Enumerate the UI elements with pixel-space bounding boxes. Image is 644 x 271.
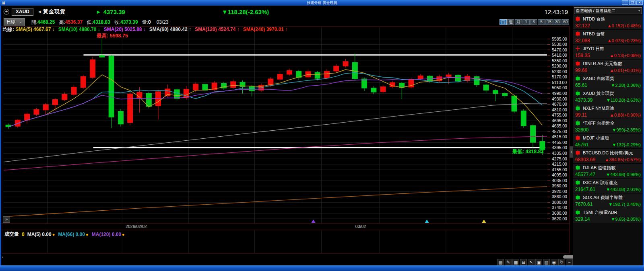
timeframe-button[interactable]: 3 [530,19,537,25]
printer-icon[interactable]: ⊟ [520,259,527,265]
close-button[interactable]: ✕ [636,0,643,5]
price-change: ▼118.28(-2.63%) [222,8,269,15]
app-window: 技術分析-黃金現貨 – ❐ ✕ 5585.005530.005470.00541… [0,0,644,271]
watchlist-item[interactable]: MDJF 小道瓊45761▼132(-0.29%) [573,134,643,149]
collapse-panel-tab[interactable]: › [570,146,573,158]
svg-text:5410.00: 5410.00 [552,53,567,57]
zoom-out-icon[interactable]: − [566,259,573,265]
watchlist: NTDD 台匯32.122▲0.152(+0.48%)NTBD 台幣32.088… [573,15,643,223]
green-candle-icon [575,209,580,215]
watchlist-item-change: ▼443.08(-2.01%) [606,187,641,192]
svg-text:5350.00: 5350.00 [552,58,567,63]
add-symbol-icon[interactable]: + [4,9,9,14]
svg-text:3800.00: 3800.00 [552,200,567,205]
red-candle-icon [575,135,580,141]
indicator-icon[interactable]: ▥ [543,259,550,265]
watchlist-item-change: ▼118.28(-2.63%) [606,98,641,103]
timeframe-button[interactable]: 5 [538,19,545,25]
watchlist-item-name: XAGD 白銀現貨 [583,76,614,82]
watchlist-item[interactable]: NTBD 台幣32.088▲0.073(+0.23%) [573,30,643,45]
layout-icon[interactable]: ▣ [535,259,542,265]
hscroll-left-icon[interactable]: ‹ [2,255,4,259]
timeframe-button[interactable]: 1 [522,19,530,25]
chevron-down-icon: ⌄ [19,20,22,24]
svg-text:4035.00: 4035.00 [552,178,567,183]
watchlist-item-price: 45761 [575,142,588,148]
watchlist-item-name: *TXFF 台指近全 [583,120,615,126]
watchlist-item-price: 68303.69 [575,157,595,162]
period-dropdown[interactable]: 日線 ⌄ [4,18,25,26]
watchlist-item-price: 32.122 [575,23,590,29]
eye-icon[interactable]: ◉ [551,259,557,265]
svg-text:4695.00: 4695.00 [552,118,567,123]
watchlist-item-name: XAUD 黃金現貨 [583,90,614,96]
refresh-icon[interactable]: ↻ [558,259,565,265]
watchlist-item[interactable]: XAUD 黃金現貨4373.39▼118.28(-2.63%) [573,89,643,104]
watchlist-group-dropdown[interactable]: 自選報價 / 自選群組二 ▾ [574,7,642,14]
watchlist-item-price: 99.11 [575,112,587,118]
timeframe-button[interactable]: 週 [507,19,514,25]
sma-legend-item: SMA(10) 4880.70 ↓ [58,27,100,32]
timeframe-buttons: 日週月135153060 [500,19,569,25]
title-bar[interactable]: 技術分析-黃金現貨 – ❐ ✕ [0,0,644,6]
symbol-box[interactable]: XAUD [12,8,33,16]
watchlist-item[interactable]: DINI.R.AB 美元指數99.66▲0.01(+0.01%) [573,60,643,74]
watchlist-item[interactable]: SOX.AB 費城半導體7670.61▼192.7(-2.45%) [573,193,643,208]
watchlist-item[interactable]: XAGD 白銀現貨65.61▼2.28(-3.36%) [573,74,643,89]
watchlist-panel: 自選報價 / 自選群組二 ▾ NTDD 台匯32.122▲0.152(+0.48… [573,6,643,265]
green-candle-icon [575,165,580,170]
watchlist-item[interactable]: DJI.AB 道瓊指數45577.47▼443.96(-0.96%) [573,164,643,179]
watchlist-item-change: ▲0.152(+0.48%) [607,23,641,28]
sma-legend: 均線: SMA(5) 4667.67 ↓SMA(10) 4880.70 ↓SMA… [3,26,291,33]
watchlist-item[interactable]: TSMI 台積電ADR329.14▼9.65(-2.85%) [573,208,643,223]
timeframe-button[interactable]: 30 [553,19,561,25]
watchlist-item[interactable]: BTCUSD.DC 比特幣/美元68303.69▲384.85(+0.57%) [573,149,643,164]
watchlist-item[interactable]: NXLF NYM原油99.11▲0.88(+0.90%) [573,104,643,119]
watchlist-item-change: ▼443.96(-0.96%) [606,172,641,177]
svg-text:03/02: 03/02 [355,224,366,229]
watchlist-item-name: TSMI 台積電ADR [583,209,617,216]
svg-text:5585.00: 5585.00 [552,37,567,41]
ohlc-field: 量:0 [142,19,151,25]
svg-text:4870.00: 4870.00 [552,102,567,107]
svg-text:3680.00: 3680.00 [552,211,567,216]
watchlist-item[interactable]: IXIC.AB 那斯達克21647.61▼443.08(-2.01%) [573,179,643,193]
grid-icon[interactable]: ▦ [512,259,519,265]
svg-text:4930.00: 4930.00 [552,96,567,101]
cursor-icon[interactable]: ↖ [528,259,535,265]
timeframe-button[interactable]: 60 [561,19,569,25]
candlestick-chart[interactable]: 5585.005530.005470.005410.005350.005290.… [1,6,643,265]
svg-text:2026/02/02: 2026/02/02 [126,224,147,229]
ohlc-values: 開:4468.25高:4536.37低:4318.83收:4373.39量:0 [31,19,155,26]
red-candle-icon [575,61,580,66]
watchlist-item[interactable]: JPYD 日幣159.35▲0.13(+0.08%) [573,45,643,60]
watchlist-item-change: ▲0.13(+0.08%) [610,53,641,58]
watchlist-item-price: 329.14 [575,216,590,222]
minimize-button[interactable]: – [622,0,628,5]
timeframe-button[interactable]: 15 [545,19,553,25]
watchlist-item-name: IXIC.AB 那斯達克 [583,180,617,186]
svg-text:3980.00: 3980.00 [552,183,567,188]
prev-symbol-icon[interactable]: ◀ [38,10,41,14]
watchlist-item[interactable]: *TXFF 台指近全32600▼959(-2.85%) [573,119,643,134]
watchlist-item-name: DINI.R.AB 美元指數 [583,61,622,67]
restore-button[interactable]: ❐ [629,0,636,5]
watchlist-item[interactable]: NTDD 台匯32.122▲0.152(+0.48%) [573,15,643,30]
svg-text:3860.00: 3860.00 [552,194,567,199]
edit-icon[interactable]: ✎ [505,259,512,265]
expand-panel-button[interactable]: » [3,216,10,223]
report-icon[interactable]: ▤ [497,259,504,265]
green-candle-icon [575,76,580,81]
chart-toolbar: ▤✎▦⊟↖▣▥◉↻−+ [497,259,580,265]
green-candle-icon [575,105,580,111]
ma-dot-icon: ● [52,232,55,237]
red-cross-icon [575,46,580,51]
svg-text:4395.00: 4395.00 [552,145,567,150]
svg-text:3740.00: 3740.00 [552,205,567,210]
watchlist-item-name: NXLF NYM原油 [583,105,614,111]
timeframe-button[interactable]: 月 [515,19,522,25]
svg-text:4275.00: 4275.00 [552,156,567,161]
ohlc-toolbar: 日線 ⌄ 開:4468.25高:4536.37低:4318.83收:4373.3… [4,18,169,26]
watchlist-item-price: 99.66 [575,68,587,73]
timeframe-button[interactable]: 日 [500,19,507,25]
